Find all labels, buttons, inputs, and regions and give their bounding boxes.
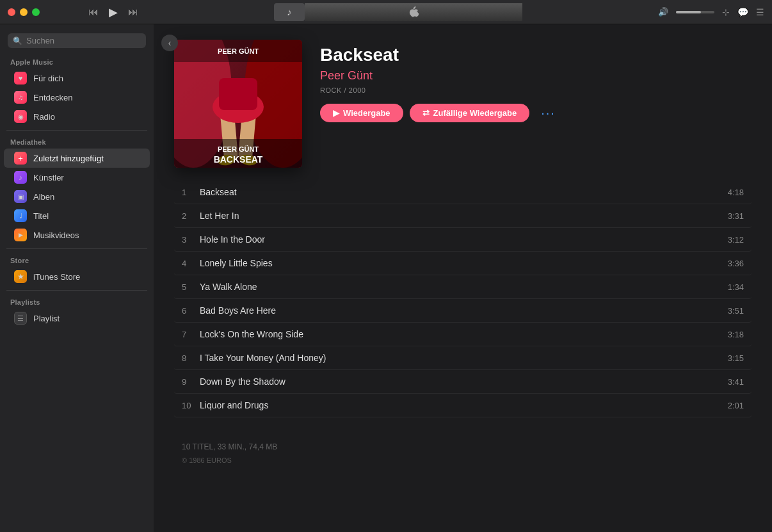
maximize-button[interactable] <box>32 8 40 16</box>
lyrics-button[interactable]: 💬 <box>737 7 748 17</box>
sidebar-item-musikvideos[interactable]: ▶ Musikvideos <box>4 225 150 245</box>
shuffle-icon: ⇄ <box>422 108 430 118</box>
track-number: 6 <box>182 306 200 316</box>
fur-dich-icon: ♥ <box>14 72 27 85</box>
track-duration: 4:18 <box>728 188 744 197</box>
divider <box>6 130 147 131</box>
playback-controls: ⏮ ▶ ⏭ <box>88 5 138 19</box>
track-count: 10 TITEL, 33 MIN., 74,4 MB <box>182 440 744 455</box>
apple-logo-button[interactable] <box>305 3 522 21</box>
album-art-image: PEER GÜNT BACKSEAT PEER GÜNT <box>174 40 302 168</box>
track-name: Let Her In <box>200 211 720 221</box>
track-number: 4 <box>182 259 200 268</box>
minimize-button[interactable] <box>20 8 28 16</box>
track-name: Ya Walk Alone <box>200 282 720 292</box>
track-duration: 3:18 <box>728 330 744 339</box>
sidebar-item-kunstler[interactable]: ♪ Künstler <box>4 168 150 187</box>
sidebar-item-label: Musikvideos <box>33 230 79 240</box>
track-list: 1 Backseat 4:18 2 Let Her In 3:31 3 Hole… <box>154 181 772 430</box>
volume-icon: 🔊 <box>658 7 668 17</box>
search-wrap: 🔍 <box>8 33 146 48</box>
track-name: Down By the Shadow <box>200 376 720 387</box>
sidebar-item-playlist[interactable]: ☰ Playlist <box>4 309 150 328</box>
close-button[interactable] <box>8 8 15 16</box>
track-footer: 10 TITEL, 33 MIN., 74,4 MB © 1986 EUROS <box>154 430 772 472</box>
traffic-lights <box>8 8 40 16</box>
track-number: 1 <box>182 188 200 197</box>
sidebar-item-zuletzt[interactable]: + Zuletzt hinzugefügt <box>4 149 150 168</box>
table-row[interactable]: 1 Backseat 4:18 <box>174 181 752 204</box>
section-label-mediathek: Mediathek <box>0 134 154 149</box>
forward-button[interactable]: ⏭ <box>128 6 138 18</box>
sidebar-item-label: iTunes Store <box>33 272 80 282</box>
shuffle-button[interactable]: ⇄ Zufällige Wiedergabe <box>410 104 530 122</box>
play-button[interactable]: ▶ <box>109 5 118 19</box>
sidebar-item-label: Titel <box>33 211 49 221</box>
track-duration: 3:51 <box>728 306 744 316</box>
track-number: 2 <box>182 211 200 221</box>
volume-slider[interactable] <box>676 11 714 13</box>
sidebar-item-itunes[interactable]: ★ iTunes Store <box>4 267 150 286</box>
itunes-icon: ★ <box>14 270 27 283</box>
kunstler-icon: ♪ <box>14 171 27 184</box>
track-number: 8 <box>182 353 200 363</box>
sidebar-item-label: Playlist <box>33 314 60 323</box>
track-number: 7 <box>182 330 200 339</box>
album-actions: ▶ Wiedergabe ⇄ Zufällige Wiedergabe ··· <box>320 103 561 123</box>
album-meta: ROCK / 2000 <box>320 86 561 94</box>
table-row[interactable]: 2 Let Her In 3:31 <box>174 204 752 228</box>
sidebar-item-label: Künstler <box>33 173 64 182</box>
track-number: 9 <box>182 377 200 387</box>
sidebar: 🔍 Apple Music ♥ Für dich ♫ Entdecken ◉ R… <box>0 24 154 532</box>
play-icon: ▶ <box>333 108 339 118</box>
table-row[interactable]: 4 Lonely Little Spies 3:36 <box>174 252 752 275</box>
sidebar-item-titel[interactable]: ♩ Titel <box>4 206 150 225</box>
airplay-button[interactable]: ⊹ <box>722 7 730 17</box>
track-duration: 3:15 <box>728 353 744 363</box>
search-icon: 🔍 <box>13 36 22 45</box>
more-options-button[interactable]: ··· <box>536 103 561 123</box>
track-number: 3 <box>182 235 200 245</box>
sidebar-item-label: Radio <box>33 112 55 122</box>
table-row[interactable]: 5 Ya Walk Alone 1:34 <box>174 275 752 299</box>
table-row[interactable]: 8 I Take Your Money (And Honey) 3:15 <box>174 346 752 370</box>
sidebar-item-label: Entdecken <box>33 93 72 102</box>
track-name: Backseat <box>200 187 720 197</box>
sidebar-item-entdecken[interactable]: ♫ Entdecken <box>4 88 150 107</box>
sidebar-item-label: Zuletzt hinzugefügt <box>33 154 104 163</box>
content-area: ‹ <box>154 24 772 532</box>
table-row[interactable]: 6 Bad Boys Are Here 3:51 <box>174 299 752 323</box>
divider <box>6 290 147 291</box>
sidebar-item-label: Für dich <box>33 74 63 83</box>
radio-icon: ◉ <box>14 110 27 123</box>
album-info: Backseat Peer Günt ROCK / 2000 ▶ Wiederg… <box>320 40 561 123</box>
musikvideos-icon: ▶ <box>14 229 27 241</box>
track-duration: 3:36 <box>728 259 744 268</box>
svg-text:BACKSEAT: BACKSEAT <box>214 154 263 165</box>
track-duration: 3:41 <box>728 377 744 387</box>
sidebar-item-alben[interactable]: ▣ Alben <box>4 187 150 206</box>
titel-icon: ♩ <box>14 209 27 222</box>
track-number: 10 <box>182 401 200 410</box>
music-tab-button[interactable]: ♪ <box>274 3 305 21</box>
table-row[interactable]: 9 Down By the Shadow 3:41 <box>174 370 752 394</box>
svg-text:PEER GÜNT: PEER GÜNT <box>218 145 259 153</box>
titlebar: ⏮ ▶ ⏭ ♪ 🔊 ⊹ 💬 ☰ <box>0 0 772 24</box>
menu-button[interactable]: ☰ <box>756 7 764 17</box>
play-album-button[interactable]: ▶ Wiedergabe <box>320 104 403 122</box>
copyright: © 1986 EUROS <box>182 455 744 467</box>
sidebar-item-fur-dich[interactable]: ♥ Für dich <box>4 69 150 88</box>
table-row[interactable]: 10 Liquor and Drugs 2:01 <box>174 394 752 417</box>
table-row[interactable]: 3 Hole In the Door 3:12 <box>174 228 752 252</box>
svg-text:PEER GÜNT: PEER GÜNT <box>218 47 259 55</box>
search-input[interactable] <box>26 36 141 45</box>
track-number: 5 <box>182 282 200 292</box>
sidebar-item-radio[interactable]: ◉ Radio <box>4 107 150 126</box>
album-header: ‹ <box>154 24 772 181</box>
table-row[interactable]: 7 Lock's On the Wrong Side 3:18 <box>174 323 752 346</box>
section-label-store: Store <box>0 253 154 267</box>
album-artist[interactable]: Peer Günt <box>320 69 561 83</box>
rewind-button[interactable]: ⏮ <box>88 6 99 18</box>
back-button[interactable]: ‹ <box>161 35 178 51</box>
zuletzt-icon: + <box>14 152 27 165</box>
